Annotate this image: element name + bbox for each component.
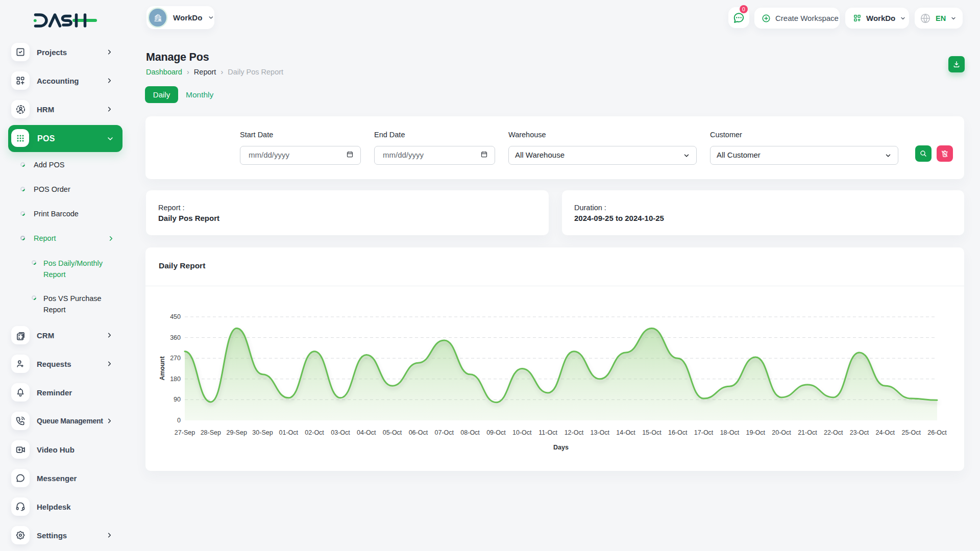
- svg-text:15-Oct: 15-Oct: [642, 429, 662, 436]
- svg-text:02-Oct: 02-Oct: [305, 429, 324, 436]
- svg-text:30-Sep: 30-Sep: [252, 429, 273, 436]
- svg-text:09-Oct: 09-Oct: [486, 429, 506, 436]
- svg-text:13-Oct: 13-Oct: [590, 429, 609, 436]
- svg-text:23-Oct: 23-Oct: [850, 429, 869, 436]
- svg-text:360: 360: [170, 334, 181, 341]
- svg-text:14-Oct: 14-Oct: [616, 429, 635, 436]
- svg-text:Days: Days: [553, 444, 569, 451]
- svg-text:24-Oct: 24-Oct: [876, 429, 895, 436]
- svg-text:18-Oct: 18-Oct: [720, 429, 740, 436]
- svg-text:11-Oct: 11-Oct: [538, 429, 557, 436]
- svg-text:12-Oct: 12-Oct: [565, 429, 584, 436]
- svg-text:19-Oct: 19-Oct: [746, 429, 765, 436]
- svg-text:20-Oct: 20-Oct: [772, 429, 791, 436]
- svg-text:26-Oct: 26-Oct: [927, 429, 947, 436]
- svg-text:180: 180: [170, 375, 181, 383]
- svg-text:16-Oct: 16-Oct: [668, 429, 688, 436]
- svg-text:28-Sep: 28-Sep: [201, 429, 221, 436]
- svg-text:07-Oct: 07-Oct: [435, 429, 454, 436]
- svg-text:25-Oct: 25-Oct: [901, 429, 921, 436]
- svg-text:270: 270: [170, 355, 181, 362]
- svg-text:Amount: Amount: [159, 356, 166, 381]
- svg-text:04-Oct: 04-Oct: [357, 429, 376, 436]
- svg-text:01-Oct: 01-Oct: [279, 429, 299, 436]
- svg-text:17-Oct: 17-Oct: [694, 429, 714, 436]
- svg-text:450: 450: [170, 313, 181, 320]
- svg-text:22-Oct: 22-Oct: [824, 429, 843, 436]
- svg-text:29-Sep: 29-Sep: [227, 429, 247, 436]
- svg-text:05-Oct: 05-Oct: [383, 429, 402, 436]
- svg-text:90: 90: [174, 396, 181, 403]
- svg-text:06-Oct: 06-Oct: [409, 429, 428, 436]
- svg-text:21-Oct: 21-Oct: [798, 429, 817, 436]
- svg-text:10-Oct: 10-Oct: [512, 429, 532, 436]
- svg-text:0: 0: [177, 417, 181, 424]
- svg-text:03-Oct: 03-Oct: [331, 429, 350, 436]
- svg-text:27-Sep: 27-Sep: [175, 429, 195, 436]
- svg-text:08-Oct: 08-Oct: [460, 429, 480, 436]
